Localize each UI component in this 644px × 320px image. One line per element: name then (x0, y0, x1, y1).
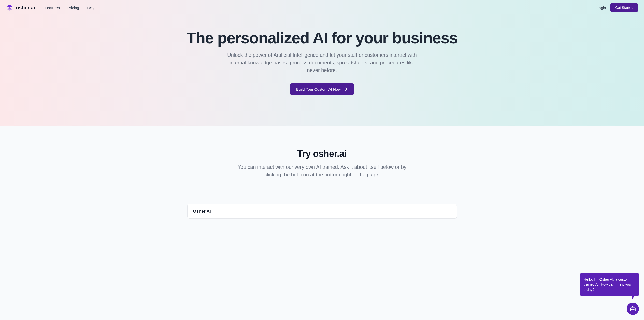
navbar: osher.ai Features Pricing FAQ Login Get … (0, 0, 644, 15)
try-section: Try osher.ai You can interact with our v… (0, 126, 644, 239)
chat-welcome-bubble: Hello, I'm Osher AI, a custom trained AI… (580, 273, 639, 296)
logo-icon (6, 4, 13, 11)
try-title: Try osher.ai (0, 148, 644, 159)
svg-rect-1 (630, 308, 635, 311)
login-link[interactable]: Login (597, 6, 606, 10)
svg-point-3 (633, 309, 634, 310)
hero-title: The personalized AI for your business (169, 29, 475, 47)
chat-toggle-button[interactable] (627, 303, 639, 315)
bot-icon (629, 305, 636, 312)
arrow-right-icon (343, 87, 348, 91)
hero-subtitle: Unlock the power of Artificial Intellige… (225, 51, 419, 74)
logo[interactable]: osher.ai (6, 4, 35, 11)
nav-link-faq[interactable]: FAQ (87, 6, 94, 10)
hero-content: The personalized AI for your business Un… (169, 15, 475, 95)
logo-text: osher.ai (16, 5, 35, 11)
nav-link-features[interactable]: Features (45, 6, 60, 10)
build-ai-button[interactable]: Build Your Custom AI Now (290, 83, 354, 95)
svg-point-5 (633, 306, 633, 307)
svg-point-2 (632, 309, 632, 310)
chat-card-title: Osher AI (193, 209, 451, 214)
chat-card[interactable]: Osher AI (187, 204, 457, 219)
nav-right: Login Get Started (597, 3, 638, 12)
cta-label: Build Your Custom AI Now (296, 87, 341, 91)
nav-links: Features Pricing FAQ (45, 6, 94, 10)
try-subtitle: You can interact with our very own AI tr… (236, 163, 409, 178)
nav-link-pricing[interactable]: Pricing (67, 6, 79, 10)
get-started-button[interactable]: Get Started (610, 3, 638, 12)
